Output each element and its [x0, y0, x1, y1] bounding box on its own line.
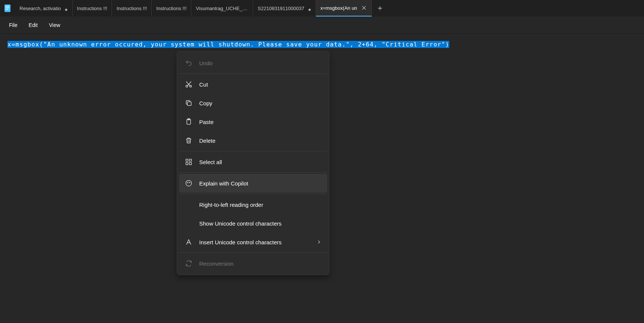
ctx-label: Delete — [199, 138, 322, 144]
ctx-delete[interactable]: Delete — [179, 131, 327, 150]
paste-icon — [184, 117, 193, 126]
tab-instructions-3[interactable]: Instructions !!! — [152, 0, 191, 16]
cut-icon — [184, 80, 193, 89]
delete-icon — [184, 136, 193, 145]
ctx-select-all[interactable]: Select all — [179, 153, 327, 171]
selected-text: x=msgbox("An unknown error occured, your… — [7, 41, 449, 48]
svg-rect-2 — [6, 7, 9, 8]
ctx-label: Copy — [199, 100, 322, 106]
tab-research[interactable]: Research, activatio ● — [15, 0, 73, 16]
menu-file[interactable]: File — [4, 19, 23, 31]
ctx-rtl[interactable]: Right-to-left reading order — [179, 195, 327, 214]
tab-label: S2210831911000037 — [258, 6, 304, 11]
insert-unicode-icon — [184, 238, 193, 247]
titlebar: Research, activatio ● Instructions !!! I… — [0, 0, 644, 16]
tab-strip: Research, activatio ● Instructions !!! I… — [15, 0, 644, 16]
ctx-show-unicode[interactable]: Show Unicode control characters — [179, 214, 327, 233]
chevron-right-icon — [316, 240, 322, 244]
tab-label: Visumantrag_UCHE_2024 — [196, 6, 248, 11]
ctx-label: Cut — [199, 81, 322, 88]
tab-visumantrag[interactable]: Visumantrag_UCHE_2024 — [191, 0, 253, 16]
separator — [179, 73, 327, 74]
ctx-label: Right-to-left reading order — [199, 202, 322, 208]
add-tab-button[interactable] — [372, 0, 388, 16]
modified-dot-icon: ● — [308, 7, 311, 10]
undo-icon — [184, 58, 193, 67]
reconversion-icon — [184, 259, 193, 268]
tab-label: x=msgbox(An un — [321, 5, 357, 11]
ctx-label: Insert Unicode control characters — [199, 239, 316, 245]
ctx-label: Select all — [199, 159, 322, 165]
ctx-cut[interactable]: Cut — [179, 75, 327, 94]
tab-label: Instructions !!! — [156, 6, 186, 11]
tab-instructions-1[interactable]: Instructions !!! — [73, 0, 112, 16]
menu-view[interactable]: View — [44, 19, 66, 31]
separator — [179, 172, 327, 173]
tab-msgbox[interactable]: x=msgbox(An un — [316, 0, 372, 16]
svg-rect-6 — [188, 102, 191, 106]
ctx-label: Explain with Copilot — [199, 180, 322, 187]
svg-rect-12 — [189, 163, 192, 165]
tab-s221[interactable]: S2210831911000037 ● — [253, 0, 316, 16]
tab-label: Research, activatio — [19, 6, 61, 11]
select-all-icon — [184, 157, 193, 166]
ctx-label: Show Unicode control characters — [199, 220, 322, 227]
ctx-undo: Undo — [179, 54, 327, 72]
svg-rect-0 — [4, 4, 10, 12]
menu-edit[interactable]: Edit — [24, 19, 43, 31]
ctx-label: Paste — [199, 119, 322, 125]
svg-rect-11 — [186, 163, 188, 165]
separator — [179, 151, 327, 151]
ctx-paste[interactable]: Paste — [179, 112, 327, 131]
svg-rect-3 — [6, 9, 8, 10]
copy-icon — [184, 99, 193, 108]
svg-point-4 — [186, 85, 188, 87]
svg-rect-9 — [186, 159, 188, 162]
close-icon[interactable] — [361, 5, 367, 11]
tab-label: Instructions !!! — [116, 6, 147, 11]
tab-instructions-2[interactable]: Instructions !!! — [112, 0, 152, 16]
svg-rect-1 — [6, 6, 9, 7]
ctx-copy[interactable]: Copy — [179, 94, 327, 112]
context-menu: Undo Cut Copy Paste Delete Select all — [177, 51, 329, 275]
modified-dot-icon: ● — [65, 7, 68, 10]
separator — [179, 194, 327, 194]
tab-label: Instructions !!! — [77, 6, 107, 11]
ctx-label: Undo — [199, 60, 322, 66]
notepad-app-icon — [3, 4, 12, 13]
ctx-label: Reconversion — [199, 260, 322, 267]
svg-point-5 — [190, 85, 192, 87]
svg-rect-10 — [189, 159, 192, 162]
ctx-reconversion: Reconversion — [179, 254, 327, 273]
ctx-insert-unicode[interactable]: Insert Unicode control characters — [179, 233, 327, 251]
ctx-explain-copilot[interactable]: Explain with Copilot — [179, 174, 327, 193]
separator — [179, 253, 327, 253]
menubar: File Edit View — [0, 16, 644, 34]
copilot-icon — [184, 179, 193, 188]
